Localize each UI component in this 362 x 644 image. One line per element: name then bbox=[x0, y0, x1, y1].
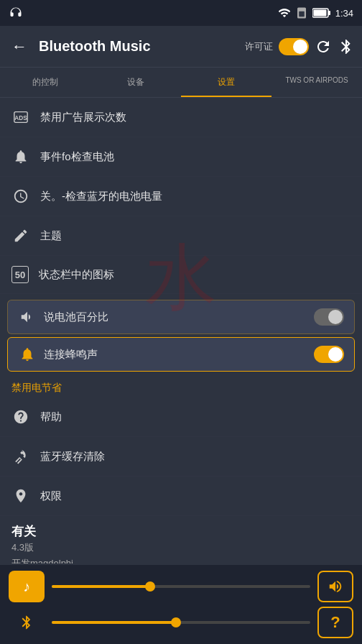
wrench-icon bbox=[11, 447, 30, 466]
bell-icon bbox=[11, 147, 30, 166]
tab-controls[interactable]: 的控制 bbox=[0, 68, 90, 97]
svg-text:ADS: ADS bbox=[14, 115, 27, 121]
bt-battery-label: 关。-检查蓝牙的电池电量 bbox=[40, 190, 162, 203]
clock-icon bbox=[11, 187, 30, 206]
help-label: 帮助 bbox=[40, 410, 62, 424]
battery-percent-label: 说电池百分比 bbox=[44, 310, 307, 324]
permissions-label: 权限 bbox=[40, 489, 62, 503]
about-version: 4.3版 bbox=[11, 540, 351, 556]
tab-tws[interactable]: TWS OR AIRPODS bbox=[272, 68, 362, 97]
time-display: 1:34 bbox=[335, 8, 353, 19]
status-bar-left bbox=[9, 6, 23, 20]
status-icon-icon: 50 bbox=[11, 266, 29, 283]
help-icon bbox=[11, 408, 30, 426]
svg-rect-1 bbox=[299, 12, 305, 17]
speaker-icon bbox=[18, 308, 37, 326]
battery-percent-toggle[interactable] bbox=[314, 308, 344, 326]
about-title: 有关 bbox=[11, 523, 351, 540]
location-icon bbox=[11, 487, 30, 505]
svg-rect-3 bbox=[328, 11, 330, 15]
tab-settings[interactable]: 设置 bbox=[181, 68, 272, 97]
toggle-battery-percent[interactable]: 说电池百分比 bbox=[7, 300, 355, 334]
status-bar-right: 1:34 bbox=[278, 6, 353, 19]
menu-item-help[interactable]: 帮助 bbox=[0, 397, 362, 437]
volume-button[interactable] bbox=[317, 571, 353, 602]
menu-item-theme[interactable]: 主题 bbox=[0, 216, 362, 256]
question-mark-icon: ? bbox=[330, 613, 340, 632]
status-icon-label: 状态栏中的图标 bbox=[39, 268, 114, 282]
power-saving-section: 禁用电节省 bbox=[0, 374, 362, 397]
toggle-connect-sound[interactable]: 连接蜂鸣声 bbox=[7, 337, 355, 372]
music-note-button[interactable]: ♪ bbox=[9, 571, 45, 602]
menu-item-bt-cache[interactable]: 蓝牙缓存清除 bbox=[0, 437, 362, 477]
tab-devices[interactable]: 设备 bbox=[90, 68, 181, 97]
bt-slider-thumb[interactable] bbox=[171, 617, 181, 627]
permission-label: 许可证 bbox=[245, 40, 273, 53]
menu-item-battery-check[interactable]: 事件fo检查电池 bbox=[0, 137, 362, 177]
header: ← Bluetooth Music 许可证 bbox=[0, 26, 362, 68]
connect-sound-toggle[interactable] bbox=[314, 346, 344, 363]
connect-sound-label: 连接蜂鸣声 bbox=[44, 348, 307, 362]
page-title: Bluetooth Music bbox=[39, 38, 238, 55]
bluetooth-slider[interactable] bbox=[52, 621, 310, 624]
music-note-icon: ♪ bbox=[23, 579, 30, 595]
battery-icon bbox=[312, 8, 331, 18]
svg-rect-4 bbox=[313, 10, 326, 17]
tab-bar: 的控制 设备 设置 TWS OR AIRPODS bbox=[0, 68, 362, 98]
menu-item-permissions[interactable]: 权限 bbox=[0, 477, 362, 516]
back-button[interactable]: ← bbox=[7, 33, 32, 60]
headphone-icon bbox=[9, 6, 23, 20]
menu-item-bt-battery[interactable]: 关。-检查蓝牙的电池电量 bbox=[0, 177, 362, 216]
ads-icon: ADS bbox=[11, 108, 30, 126]
theme-label: 主题 bbox=[40, 229, 62, 243]
status-bar: 1:34 bbox=[0, 0, 362, 26]
menu-item-disable-ads[interactable]: ADS 禁用广告展示次数 bbox=[0, 98, 362, 137]
permission-toggle[interactable] bbox=[279, 38, 309, 55]
about-section: 有关 4.3版 开发magdelphi 写信给开发 bbox=[0, 516, 362, 564]
bluetooth-bottom-icon bbox=[19, 615, 34, 630]
music-slider[interactable] bbox=[52, 585, 310, 588]
bluetooth-icon[interactable] bbox=[338, 38, 355, 55]
disable-ads-label: 禁用广告展示次数 bbox=[40, 111, 126, 124]
about-developer: 开发magdelphi bbox=[11, 556, 351, 564]
wifi-icon bbox=[278, 6, 291, 19]
bt-icon-container bbox=[9, 615, 45, 630]
main-content: ADS 禁用广告展示次数 事件fo检查电池 关。-检查蓝牙的电池电量 主题 50 bbox=[0, 98, 362, 564]
music-control-row: ♪ bbox=[9, 571, 353, 602]
theme-icon bbox=[11, 226, 30, 245]
volume-icon bbox=[328, 579, 343, 594]
sim-icon bbox=[295, 6, 308, 19]
bottom-controls: ♪ ? bbox=[0, 565, 362, 644]
bell-on-icon bbox=[18, 345, 37, 364]
bluetooth-control-row: ? bbox=[9, 607, 353, 638]
menu-item-status-icon[interactable]: 50 状态栏中的图标 bbox=[0, 256, 362, 294]
bt-slider-fill bbox=[52, 621, 176, 624]
battery-check-label: 事件fo检查电池 bbox=[40, 150, 114, 164]
music-slider-fill bbox=[52, 585, 150, 588]
header-actions: 许可证 bbox=[245, 38, 355, 55]
music-slider-thumb[interactable] bbox=[145, 581, 155, 592]
bt-cache-label: 蓝牙缓存清除 bbox=[40, 450, 105, 464]
refresh-icon[interactable] bbox=[315, 38, 332, 55]
help-button[interactable]: ? bbox=[317, 607, 353, 638]
